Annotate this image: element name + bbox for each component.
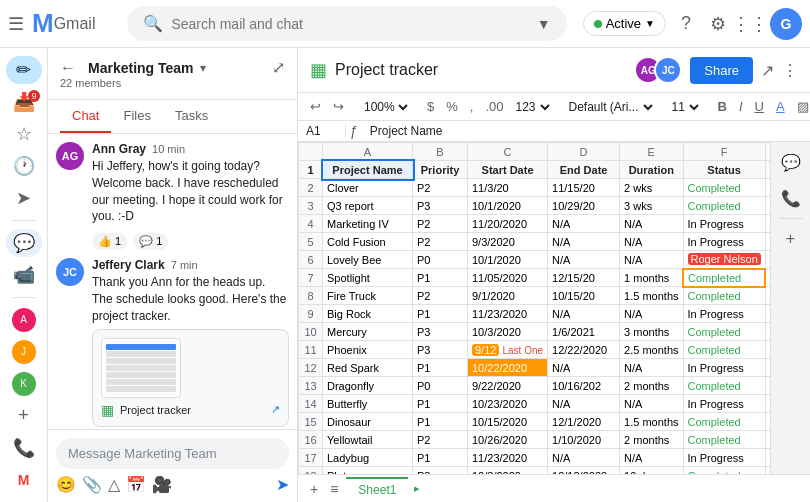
cell-b[interactable]: P2 xyxy=(413,179,468,197)
cell-c[interactable]: 11/05/2020 xyxy=(468,269,548,287)
cell-e[interactable]: N/A xyxy=(620,359,683,377)
cell-d[interactable]: 11/15/20 xyxy=(548,179,620,197)
settings-icon[interactable]: ⚙ xyxy=(706,12,730,36)
cell-b[interactable]: P1 xyxy=(413,395,468,413)
cell-c[interactable]: 11/20/2020 xyxy=(468,215,548,233)
contacts-icon-2[interactable]: J xyxy=(6,338,42,366)
cell-a[interactable]: Phoenix xyxy=(323,341,413,359)
text-color-button[interactable]: A xyxy=(772,97,789,116)
cell-c[interactable]: 11/23/2020 xyxy=(468,449,548,467)
decimal-format-button[interactable]: .00 xyxy=(481,97,507,116)
rsb-phone-icon[interactable]: 📞 xyxy=(775,182,807,214)
tab-files[interactable]: Files xyxy=(111,100,162,133)
cell-c[interactable]: 10/23/2020 xyxy=(468,395,548,413)
rsb-add-icon[interactable]: + xyxy=(775,223,807,255)
cell-f[interactable]: In Progress xyxy=(683,305,765,323)
cell-a[interactable]: Clover xyxy=(323,179,413,197)
cell-c1[interactable]: Start Date xyxy=(468,161,548,179)
comma-format-button[interactable]: , xyxy=(466,97,478,116)
cell-a[interactable]: Dinosaur xyxy=(323,413,413,431)
font-select[interactable]: Default (Ari... xyxy=(565,99,656,115)
drive-icon[interactable]: △ xyxy=(108,475,120,494)
tab-tasks[interactable]: Tasks xyxy=(163,100,220,133)
cell-f[interactable]: In Progress xyxy=(683,233,765,251)
m-icon[interactable]: M xyxy=(6,466,42,494)
apps-icon[interactable]: ⋮⋮ xyxy=(738,12,762,36)
cell-e[interactable]: 2 wks xyxy=(620,179,683,197)
cell-f[interactable]: Completed xyxy=(683,179,765,197)
team-expand-icon[interactable]: ▾ xyxy=(200,61,206,75)
cell-reference[interactable]: A1 xyxy=(306,124,346,138)
cell-b[interactable]: P2 xyxy=(413,431,468,449)
status-badge[interactable]: Active ▼ xyxy=(583,11,666,36)
cell-a[interactable]: Yellowtail xyxy=(323,431,413,449)
cell-d[interactable]: 12/22/2020 xyxy=(548,341,620,359)
fullscreen-icon[interactable]: ⤢ xyxy=(272,58,285,77)
cell-e[interactable]: 3 months xyxy=(620,323,683,341)
cell-f[interactable]: Completed xyxy=(683,377,765,395)
cell-a[interactable]: Butterfly xyxy=(323,395,413,413)
cell-a[interactable]: Fire Truck xyxy=(323,287,413,305)
cell-c[interactable]: 9/12 Last One xyxy=(468,341,548,359)
cell-d[interactable]: N/A xyxy=(548,395,620,413)
cell-a[interactable]: Big Rock xyxy=(323,305,413,323)
formula-icon[interactable]: ƒ xyxy=(350,123,358,139)
cell-d[interactable]: 1/10/2020 xyxy=(548,431,620,449)
calendar-icon[interactable]: 📅 xyxy=(126,475,146,494)
cell-a[interactable]: Q3 report xyxy=(323,197,413,215)
cell-a[interactable]: Marketing IV xyxy=(323,215,413,233)
reaction-thumbs-up[interactable]: 👍 1 xyxy=(92,233,127,250)
cell-c[interactable]: 10/22/2020 xyxy=(468,359,548,377)
cell-c[interactable]: 9/1/2020 xyxy=(468,287,548,305)
dollar-format-button[interactable]: $ xyxy=(423,97,438,116)
font-size-select[interactable]: 11 xyxy=(668,99,702,115)
cell-d[interactable]: 12/13/2020 xyxy=(548,467,620,475)
open-in-new-icon[interactable]: ↗ xyxy=(761,61,774,80)
search-expand-icon[interactable]: ▼ xyxy=(537,16,551,32)
tab-chat[interactable]: Chat xyxy=(60,100,111,133)
cell-b[interactable]: P3 xyxy=(413,467,468,475)
star-icon[interactable]: ☆ xyxy=(6,120,42,148)
inbox-icon[interactable]: 📥 9 xyxy=(6,88,42,116)
italic-button[interactable]: I xyxy=(735,97,747,116)
contacts-icon-3[interactable]: K xyxy=(6,370,42,398)
cell-a[interactable]: Lovely Bee xyxy=(323,251,413,269)
bold-button[interactable]: B xyxy=(714,97,731,116)
more-options-icon[interactable]: ⋮ xyxy=(782,61,798,80)
cell-b[interactable]: P1 xyxy=(413,305,468,323)
cell-d[interactable]: N/A xyxy=(548,233,620,251)
cell-d[interactable]: N/A xyxy=(548,215,620,233)
cell-f[interactable]: Completed xyxy=(683,197,765,215)
cell-b[interactable]: P3 xyxy=(413,341,468,359)
undo-button[interactable]: ↩ xyxy=(306,97,325,116)
col-header-a[interactable]: A xyxy=(323,143,413,161)
rsb-chat-icon[interactable]: 💬 xyxy=(775,146,807,178)
cell-b1[interactable]: Priority xyxy=(413,161,468,179)
cell-f[interactable]: In Progress xyxy=(683,215,765,233)
hamburger-icon[interactable]: ☰ xyxy=(8,13,24,35)
sheet-tab-sheet1[interactable]: Sheet1 xyxy=(346,477,408,501)
cell-c[interactable]: 9/3/2020 xyxy=(468,233,548,251)
search-bar[interactable]: 🔍 ▼ xyxy=(127,6,566,41)
col-header-f[interactable]: F xyxy=(683,143,765,161)
col-header-d[interactable]: D xyxy=(548,143,620,161)
number-format-select[interactable]: 123 xyxy=(512,99,553,115)
cell-f[interactable]: Completed xyxy=(683,287,765,305)
cell-f[interactable]: In Progress xyxy=(683,449,765,467)
cell-b[interactable]: P2 xyxy=(413,287,468,305)
cell-e[interactable]: N/A xyxy=(620,449,683,467)
cell-a[interactable]: Spotlight xyxy=(323,269,413,287)
cell-f[interactable]: Completed xyxy=(683,323,765,341)
send-icon[interactable]: ➤ xyxy=(6,184,42,212)
cell-e[interactable]: 1 months xyxy=(620,269,683,287)
cell-b[interactable]: P1 xyxy=(413,269,468,287)
cell-e[interactable]: N/A xyxy=(620,215,683,233)
sheet-list-button[interactable]: ≡ xyxy=(326,481,342,497)
cell-a[interactable]: Dragonfly xyxy=(323,377,413,395)
redo-button[interactable]: ↪ xyxy=(329,97,348,116)
cell-d[interactable]: N/A xyxy=(548,359,620,377)
back-icon[interactable]: ← xyxy=(60,59,76,77)
cell-d[interactable]: 10/29/20 xyxy=(548,197,620,215)
contacts-icon-1[interactable]: A xyxy=(6,306,42,334)
attach-icon[interactable]: 📎 xyxy=(82,475,102,494)
